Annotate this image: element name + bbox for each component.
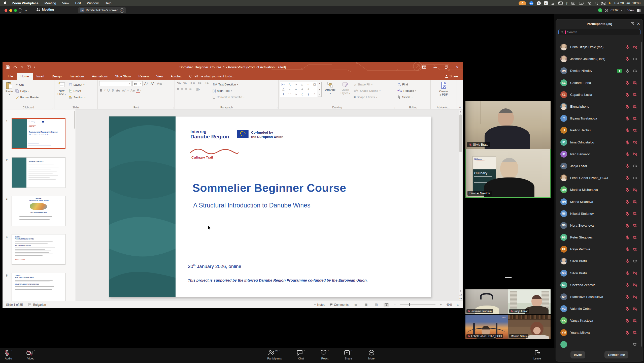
camera-off-icon[interactable] <box>633 319 637 323</box>
replace-button[interactable]: ab⇄Replace▾ <box>397 88 429 94</box>
spellcheck-language[interactable]: Bulgarian <box>28 303 46 307</box>
mic-off-icon[interactable] <box>625 140 630 144</box>
text-direction-button[interactable]: ⇅AText Direction▾ <box>213 82 245 87</box>
shapes-gallery-scroll[interactable]: ▲▼≡ <box>318 82 322 97</box>
tab-design[interactable]: Design <box>48 73 65 80</box>
participant-row[interactable]: IBIvan Barković <box>556 148 643 160</box>
participant-row[interactable]: Erika Džajić Uršič (me) <box>556 41 643 53</box>
participant-row[interactable]: NSNikolai Stoianov <box>556 208 643 220</box>
format-painter-button[interactable]: Format Painter <box>15 95 39 100</box>
mic-off-icon[interactable] <box>625 283 630 287</box>
menubar-item-view[interactable]: View <box>62 1 69 5</box>
tab-meeting[interactable]: Meeting <box>36 8 54 11</box>
font-color-button[interactable]: A <box>136 88 140 93</box>
mic-off-icon[interactable] <box>625 211 630 216</box>
mic-off-icon[interactable] <box>625 176 630 180</box>
decrease-indent-button[interactable]: ⇤≡ <box>190 81 195 85</box>
mic-off-icon[interactable] <box>625 188 630 192</box>
fullscreen-window-button[interactable] <box>14 9 17 12</box>
select-button[interactable]: Select▾ <box>397 94 429 100</box>
slide-thumbnail-1[interactable]: InterregDanube Region Culinary Trail Som… <box>12 118 65 149</box>
comments-button[interactable]: Comments <box>330 303 349 307</box>
participant-row[interactable]: MMMinna Milanova <box>556 196 643 207</box>
camera-off-icon[interactable] <box>633 45 637 49</box>
security-shield-icon[interactable]: ✓ <box>598 8 602 12</box>
participant-list[interactable]: Erika Džajić Uršič (me)Jasmina Jakomin (… <box>556 41 643 349</box>
participant-row[interactable]: CLCapatina Lucia <box>556 89 643 101</box>
strikethrough-button[interactable]: abe <box>115 89 121 92</box>
camera-off-icon[interactable] <box>633 128 637 132</box>
tab-home[interactable]: Home <box>17 73 32 80</box>
chat-button[interactable]: ⌃ Chat <box>297 350 306 360</box>
camera-on-icon[interactable] <box>633 259 637 263</box>
reading-view-button[interactable]: ▤ <box>374 302 379 307</box>
mic-in-use-indicator[interactable] <box>519 1 526 5</box>
video-options-chevron[interactable]: ⌃ <box>33 350 36 353</box>
menubar-item-meeting[interactable]: Meeting <box>45 1 56 5</box>
camera-off-icon[interactable] <box>633 223 637 227</box>
battery-charging-icon[interactable] <box>579 2 584 5</box>
new-slide-button[interactable]: NewSlide ▾ <box>56 81 67 105</box>
meeting-timer[interactable]: 01:02 <box>611 9 618 12</box>
numbering-button[interactable]: ¹≡▾ <box>182 81 188 85</box>
audio-options-chevron[interactable]: ⌃ <box>11 350 13 353</box>
mic-off-icon[interactable] <box>625 295 630 299</box>
minimize-window-button[interactable] <box>9 9 12 12</box>
camera-off-icon[interactable] <box>633 295 637 299</box>
control-center-icon[interactable] <box>601 2 605 5</box>
restore-button[interactable] <box>441 62 452 72</box>
participant-row[interactable] <box>556 339 643 349</box>
thumbnail-scrollbar[interactable] <box>74 111 75 129</box>
signal-icon[interactable] <box>551 2 555 5</box>
popout-icon[interactable] <box>630 22 634 25</box>
tab-file[interactable]: File <box>4 73 17 80</box>
video-tile-lehel[interactable]: BKIK Lehel Gábor Szabó_BCCI <box>465 315 508 339</box>
camera-off-icon[interactable] <box>633 307 637 311</box>
apple-logo-icon[interactable] <box>4 1 7 5</box>
mic-off-icon[interactable] <box>625 200 630 204</box>
adobe-cc-icon[interactable]: ▲ <box>544 1 548 5</box>
font-name-combobox[interactable]: ▾ <box>99 81 131 86</box>
view-button[interactable]: View <box>627 9 634 12</box>
timer-chevron-icon[interactable]: ▾ <box>621 9 622 12</box>
camera-on-icon[interactable] <box>633 164 637 168</box>
participant-row[interactable]: VKVanya Krasteva <box>556 315 643 326</box>
react-button[interactable]: ⌃ React <box>320 350 329 360</box>
camera-off-icon[interactable] <box>633 140 637 144</box>
participant-row[interactable]: VCValentin Ceban <box>556 303 643 315</box>
tab-transitions[interactable]: Transitions <box>65 73 88 80</box>
mic-off-icon[interactable] <box>625 318 630 323</box>
align-right-button[interactable]: ≡ <box>184 87 188 91</box>
font-color-chevron-icon[interactable]: ▾ <box>140 89 141 92</box>
menubar-item-edit[interactable]: Edit <box>75 1 81 5</box>
participant-row[interactable]: Elena iphone <box>556 101 643 112</box>
menubar-app-name[interactable]: Zoom Workplace <box>12 1 39 5</box>
participant-row[interactable]: DNDimitar Nikolov <box>556 65 643 77</box>
bluetooth-icon[interactable]: ᛒ <box>566 1 568 5</box>
participant-row[interactable]: Silviu Bratu <box>556 255 643 267</box>
menubar-item-help[interactable]: Help <box>105 1 111 5</box>
tab-shared-screen[interactable]: DN Dimitar Nikolov's screen ⋯ <box>78 7 126 13</box>
layout-button[interactable]: Layout▾ <box>69 82 85 87</box>
shapes-gallery[interactable]: A≡╲↘□○▢ △⌐¬⇨⇩⌂ ⌇⌒∿{}☆ <box>280 82 318 97</box>
participant-row[interactable]: SPStanislava Pashkulova <box>556 291 643 303</box>
mic-off-icon[interactable] <box>625 45 630 49</box>
quick-styles-button[interactable]: QuickStyles ▾ <box>339 81 352 105</box>
align-text-button[interactable]: [↕]Align Text▾ <box>213 88 245 94</box>
slide-sorter-view-button[interactable]: ▦ <box>363 302 369 307</box>
zoom-slider[interactable] <box>400 305 435 305</box>
camera-on-icon[interactable] <box>633 57 637 61</box>
bold-button[interactable]: B <box>99 89 103 92</box>
participant-list-scrollbar[interactable] <box>641 42 642 347</box>
mic-off-icon[interactable] <box>625 271 630 275</box>
camera-off-icon[interactable] <box>633 330 637 335</box>
ribbon-display-options-button[interactable] <box>419 62 430 72</box>
tellme-box[interactable]: Tell me what you want to do... <box>185 73 238 80</box>
invite-button[interactable]: Invite <box>570 351 585 358</box>
keyboard-battery-icon[interactable] <box>571 2 576 5</box>
participant-row[interactable]: Jasmina Jakomin (Host) <box>556 53 643 65</box>
fit-slide-button[interactable]: ⊡ <box>457 303 459 307</box>
underline-button[interactable]: U <box>107 89 110 92</box>
slide-thumbnail-2[interactable]: TABLE OF CONTENTS: <box>12 157 65 188</box>
tab-acrobat[interactable]: Acrobat <box>167 73 185 80</box>
